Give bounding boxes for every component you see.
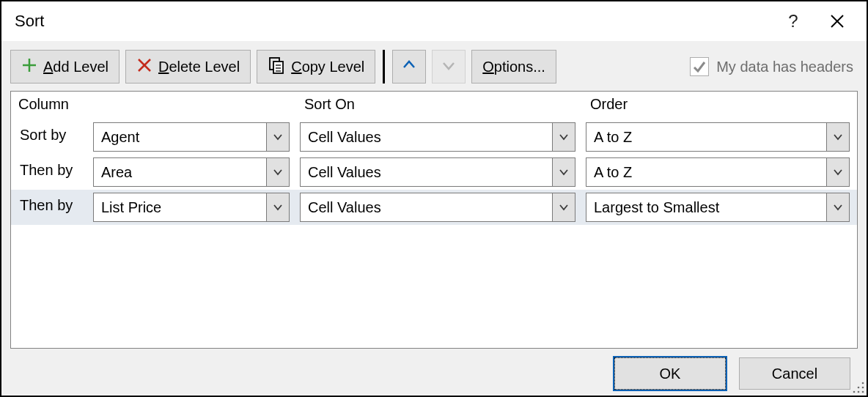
header-sort-on: Sort On	[297, 92, 583, 119]
checkbox-icon	[690, 57, 709, 76]
level-label: Sort by	[12, 121, 92, 153]
svg-point-16	[853, 391, 856, 393]
column-value: Area	[93, 157, 268, 187]
sort-on-select[interactable]: Cell Values	[300, 157, 575, 187]
svg-point-12	[862, 387, 864, 389]
levels-panel: Column Sort On Order Sort by Agent Cell	[10, 91, 858, 349]
dialog-body: Add Level Delete Level	[1, 41, 867, 396]
chevron-down-icon[interactable]	[552, 157, 575, 187]
order-value: A to Z	[586, 157, 828, 187]
order-value: A to Z	[586, 122, 828, 152]
sort-dialog: Sort ? Add Level	[0, 0, 868, 397]
chevron-down-icon[interactable]	[266, 122, 290, 152]
order-value: Largest to Smallest	[586, 193, 828, 222]
options-button[interactable]: Options...	[471, 50, 556, 84]
titlebar: Sort ?	[1, 1, 867, 41]
sort-on-value: Cell Values	[300, 122, 553, 152]
help-icon[interactable]: ?	[771, 11, 815, 31]
copy-level-label: Copy Level	[291, 59, 364, 75]
resize-grip-icon[interactable]	[852, 381, 865, 394]
chevron-down-icon[interactable]	[266, 193, 290, 222]
header-column: Column	[11, 92, 297, 119]
level-row[interactable]: Then by List Price	[11, 190, 297, 225]
chevron-down-icon[interactable]	[826, 122, 850, 152]
x-icon	[136, 57, 152, 77]
chevron-down-icon[interactable]	[266, 157, 290, 187]
chevron-down-icon[interactable]	[552, 193, 575, 222]
copy-level-button[interactable]: Copy Level	[257, 50, 375, 84]
sort-on-select[interactable]: Cell Values	[300, 122, 575, 152]
order-select[interactable]: Largest to Smallest	[586, 193, 850, 222]
header-order: Order	[583, 92, 857, 119]
svg-point-14	[862, 391, 864, 393]
order-select[interactable]: A to Z	[586, 157, 850, 187]
column-select[interactable]: Area	[93, 157, 290, 187]
level-row[interactable]: Sort by Agent	[11, 119, 297, 155]
sort-on-select[interactable]: Cell Values	[300, 193, 575, 222]
my-data-has-headers[interactable]: My data has headers	[690, 50, 858, 84]
toolbar: Add Level Delete Level	[10, 50, 858, 84]
plus-icon	[21, 57, 37, 77]
headers-label: My data has headers	[716, 59, 853, 75]
options-label: Options...	[482, 59, 545, 75]
cancel-button[interactable]: Cancel	[739, 357, 850, 390]
dialog-footer: OK Cancel	[10, 349, 858, 390]
close-icon[interactable]	[815, 13, 859, 29]
level-label: Then by	[12, 191, 92, 223]
svg-point-15	[858, 391, 860, 393]
sort-on-value: Cell Values	[300, 193, 553, 222]
column-value: Agent	[93, 122, 268, 152]
toolbar-separator	[383, 50, 385, 84]
level-row[interactable]: Then by Area	[11, 155, 297, 190]
delete-level-label: Delete Level	[158, 59, 240, 75]
sort-on-value: Cell Values	[300, 157, 553, 187]
column-select[interactable]: Agent	[93, 122, 290, 152]
chevron-up-icon	[402, 58, 416, 76]
chevron-down-icon[interactable]	[552, 122, 575, 152]
svg-point-13	[858, 387, 860, 389]
chevron-down-icon	[441, 58, 456, 76]
order-select[interactable]: A to Z	[586, 122, 850, 152]
svg-point-11	[862, 382, 864, 385]
add-level-label: Add Level	[43, 59, 108, 75]
column-select[interactable]: List Price	[93, 193, 290, 222]
dialog-title: Sort	[15, 12, 771, 31]
delete-level-button[interactable]: Delete Level	[125, 50, 251, 84]
copy-icon	[268, 56, 285, 78]
move-down-button[interactable]	[432, 50, 466, 84]
chevron-down-icon[interactable]	[826, 157, 850, 187]
ok-button[interactable]: OK	[614, 357, 726, 390]
add-level-button[interactable]: Add Level	[10, 50, 119, 84]
chevron-down-icon[interactable]	[826, 193, 850, 222]
level-label: Then by	[12, 156, 92, 188]
move-up-button[interactable]	[392, 50, 426, 84]
column-value: List Price	[93, 193, 268, 222]
